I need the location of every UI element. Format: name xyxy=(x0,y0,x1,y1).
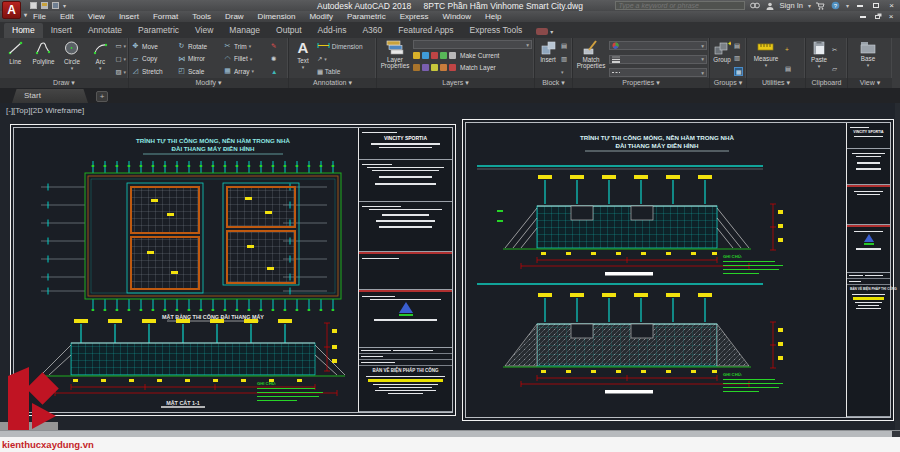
ribbon-tab[interactable]: View xyxy=(187,23,221,38)
erase-tool-icon[interactable]: ✎ xyxy=(271,42,277,50)
modify-tool[interactable]: ◠ Fillet▾ xyxy=(223,55,269,63)
modify-tool[interactable]: ▦ Array▾ xyxy=(223,67,269,75)
polyline-tool[interactable]: Polyline xyxy=(30,40,56,78)
line-tool[interactable]: Line xyxy=(2,40,28,78)
app-store-cart-icon[interactable] xyxy=(816,2,826,10)
base-tool[interactable]: Base▾ xyxy=(850,40,886,78)
ribbon-tab[interactable]: Home xyxy=(4,23,43,38)
viewport-controls-label[interactable]: [-][Top][2D Wireframe] xyxy=(6,106,84,115)
menu-item[interactable]: Draw xyxy=(218,12,251,21)
layer-select[interactable]: ▾ xyxy=(413,40,532,49)
menu-item[interactable]: Dimension xyxy=(251,12,303,21)
modify-tool[interactable]: ✂ Trim▾ xyxy=(223,42,269,50)
menu-item[interactable]: Edit xyxy=(53,12,81,21)
explode-tool-icon[interactable]: ✺ xyxy=(271,55,277,63)
ribbon-tab[interactable]: Express Tools xyxy=(462,23,531,38)
dimension-tool[interactable]: Dimension xyxy=(317,42,374,51)
layer-unisolate-icon[interactable] xyxy=(422,64,429,71)
doc-close-button[interactable]: × xyxy=(886,13,896,21)
tab-start[interactable]: Start xyxy=(12,89,88,103)
minimize-button[interactable] xyxy=(854,2,865,10)
ribbon-tab[interactable]: Insert xyxy=(43,23,80,38)
panel-label-groups[interactable]: Groups ▾ xyxy=(710,78,746,88)
help-icon[interactable]: ? xyxy=(831,2,841,10)
panel-label-block[interactable]: Block ▾ xyxy=(535,78,572,88)
modify-tool[interactable]: ✥ Move xyxy=(131,42,177,50)
menu-item[interactable]: Tools xyxy=(185,12,218,21)
block-attrib-icon[interactable]: ▾ xyxy=(561,68,567,76)
autocad-logo-button[interactable]: A▾ xyxy=(2,1,21,19)
group-tool[interactable]: ✦ Group xyxy=(712,40,732,78)
menu-item[interactable]: Format xyxy=(146,12,185,21)
layer-unlock-icon[interactable] xyxy=(440,64,447,71)
panel-label-properties[interactable]: Properties ▾ xyxy=(573,78,709,88)
copy-clip-icon[interactable]: ▱ xyxy=(832,65,837,73)
modify-tool[interactable]: ↻ Rotate xyxy=(177,42,223,50)
layer-off-icon[interactable] xyxy=(413,52,420,59)
hatch-tool-icon[interactable]: ▨ ▾ xyxy=(116,68,126,76)
close-button[interactable]: × xyxy=(886,2,897,10)
text-tool[interactable]: A Text▾ xyxy=(291,40,315,78)
modify-tool[interactable]: ◰ Scale xyxy=(177,67,223,75)
ribbon-tab[interactable]: Manage xyxy=(221,23,268,38)
doc-minimize-button[interactable] xyxy=(858,13,868,21)
modify-tool[interactable]: ◿ Stretch xyxy=(131,67,177,75)
help-dropdown-icon[interactable]: ▾ xyxy=(846,2,849,9)
menu-item[interactable]: Help xyxy=(478,12,508,21)
id-point-icon[interactable]: + xyxy=(785,46,791,54)
panel-label-layers[interactable]: Layers ▾ xyxy=(377,78,534,88)
rectangle-tool-icon[interactable]: ▭ ▾ xyxy=(116,42,126,50)
maximize-button[interactable] xyxy=(870,2,881,10)
arc-tool[interactable]: Arc▾ xyxy=(87,40,113,78)
make-current-button[interactable]: Make Current xyxy=(460,52,499,59)
layer-isolate-icon[interactable] xyxy=(422,52,429,59)
match-layer-button[interactable]: Match Layer xyxy=(460,64,496,71)
lineweight-select[interactable]: ▾ xyxy=(609,55,707,64)
vertical-scrollbar[interactable] xyxy=(895,103,900,430)
panel-label-utilities[interactable]: Utilities ▾ xyxy=(747,78,805,88)
panel-label-view[interactable]: View ▾ xyxy=(848,78,892,88)
circle-tool[interactable]: Circle▾ xyxy=(59,40,85,78)
layer-walk-icon[interactable] xyxy=(449,64,456,71)
layer-lock-icon[interactable] xyxy=(440,52,447,59)
leader-tool[interactable]: ↗ ▾ xyxy=(317,55,374,63)
measure-tool[interactable]: Measure▾ xyxy=(749,40,783,78)
search-binoculars-icon[interactable] xyxy=(750,2,760,10)
menu-item[interactable]: Modify xyxy=(302,12,340,21)
insert-tool[interactable]: Insert xyxy=(537,40,559,78)
modify-tool[interactable]: ▱ Copy xyxy=(131,55,177,63)
panel-label-clipboard[interactable]: Clipboard xyxy=(806,78,847,88)
group-edit-icon[interactable]: ▥ xyxy=(734,54,743,62)
ribbon-tab[interactable]: Annotate xyxy=(80,23,130,38)
ribbon-options[interactable]: ▾ xyxy=(536,28,553,35)
ribbon-tab[interactable]: Featured Apps xyxy=(390,23,461,38)
menu-item[interactable]: View xyxy=(81,12,112,21)
quick-calc-icon[interactable]: ▤ xyxy=(785,65,791,73)
layer-thaw-icon[interactable] xyxy=(431,64,438,71)
match-properties-tool[interactable]: Match Properties xyxy=(575,40,607,78)
search-input[interactable] xyxy=(615,1,745,10)
menu-item[interactable]: File xyxy=(26,12,53,21)
doc-restore-button[interactable] xyxy=(872,13,882,21)
layer-properties-tool[interactable]: Layer Properties xyxy=(379,40,411,78)
cut-icon[interactable]: ✂ xyxy=(832,46,837,54)
new-drawing-tab-button[interactable]: + xyxy=(96,91,108,102)
linetype-select[interactable]: ▾ xyxy=(609,68,707,77)
horizontal-scrollbar[interactable] xyxy=(0,430,900,437)
sign-in-button[interactable]: Sign In xyxy=(780,1,803,10)
model-space-viewport[interactable]: [-][Top][2D Wireframe] xyxy=(0,103,900,430)
menu-item[interactable]: Parametric xyxy=(340,12,393,21)
panel-label-annotation[interactable]: Annotation ▾ xyxy=(289,78,376,88)
create-block-icon[interactable]: ▤ xyxy=(561,42,567,50)
panel-label-draw[interactable]: Draw ▾ xyxy=(0,78,128,88)
color-select[interactable]: ▾ xyxy=(609,41,707,50)
paste-tool[interactable]: Paste▾ xyxy=(808,40,830,78)
ribbon-tab[interactable]: Output xyxy=(268,23,310,38)
sign-in-dropdown-icon[interactable]: ▾ xyxy=(808,2,811,9)
ribbon-tab[interactable]: A360 xyxy=(354,23,390,38)
ribbon-tab[interactable]: Parametric xyxy=(130,23,187,38)
table-tool[interactable]: ▦ Table xyxy=(317,68,374,76)
layer-freeze-icon[interactable] xyxy=(431,52,438,59)
offset-tool-icon[interactable]: ▲ xyxy=(271,68,277,76)
layer-plot-icon[interactable] xyxy=(449,52,456,59)
